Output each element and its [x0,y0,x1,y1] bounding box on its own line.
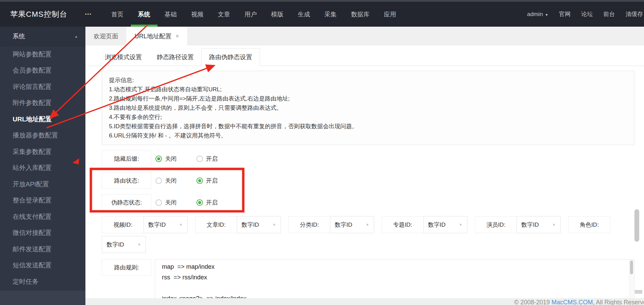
caret-down-icon: ▼ [366,223,369,227]
nav-item-system[interactable]: 系统 [131,2,157,27]
nav-item-basic[interactable]: 基础 [157,2,184,27]
nav-item-template[interactable]: 模版 [264,2,291,27]
category-id-select[interactable]: 数字ID ▼ [330,216,374,233]
nav-item-database[interactable]: 数据库 [344,2,377,27]
form-row-rewrite-status: 伪静态状态: 关闭 开启 [102,194,634,211]
nav-item-home[interactable]: 首页 [104,2,131,27]
caret-down-icon: ▼ [137,242,141,247]
link-clear-cache[interactable]: 清缓存 [626,10,643,18]
article-id-select[interactable]: 数字ID ▼ [237,216,281,233]
sidebar-item-external-storage[interactable]: 站外入库配置 [0,160,85,176]
subtab-static-path[interactable]: 静态路径设置 [149,49,201,66]
sidebar-item-open-api[interactable]: 开放API配置 [0,176,85,193]
field-label: 分类ID: [288,216,330,233]
sidebar-item-sms-send[interactable]: 短信发送配置 [0,257,85,274]
select-group-video-id: 视频ID: 数字ID ▼ [102,216,188,233]
hint-line: 1.动态模式下,开启路由状态将自动重写URL; [109,85,627,94]
page-scrollbar-thumb[interactable] [634,209,639,242]
radio-option-open[interactable]: 开启 [196,199,233,207]
radio-selected-icon[interactable] [155,156,162,162]
sidebar-item-online-payment[interactable]: 在线支付配置 [0,209,85,225]
link-forum[interactable]: 论坛 [581,10,593,18]
form-panel: 提示信息: 1.动态模式下,开启路由状态将自动重写URL; 2.路由规则每行一条… [85,71,644,304]
tab-welcome[interactable]: 欢迎页面 [85,27,126,45]
caret-down-icon: ▼ [272,223,276,227]
close-icon[interactable]: × [176,33,179,40]
radio-option-close[interactable]: 关闭 [155,199,192,207]
sidebar-bottom-strip [0,291,85,305]
radio-unselected-icon[interactable] [155,177,162,184]
nav-item-article[interactable]: 文章 [211,2,237,27]
field-label: 路由状态: [102,172,151,189]
link-official-site[interactable]: 官网 [559,10,571,18]
nav-more-icon[interactable]: ••• [85,12,92,17]
radio-option-close[interactable]: 关闭 [155,177,192,185]
subtab-browse-mode[interactable]: 浏览模式设置 [97,49,149,66]
sidebar: 系统 ▲ 网站参数配置 会员参数配置 评论留言配置 附件参数配置 URL地址配置… [0,27,85,305]
tab-url-config[interactable]: URL地址配置 × [126,27,187,45]
maccms-link[interactable]: MacCMS.COM [551,299,593,305]
settings-subtabs: 浏览模式设置 静态路径设置 路由伪静态设置 [85,49,644,66]
form-row-hide-suffix: 隐藏后缀: 关闭 开启 [102,150,634,167]
actor-id-select[interactable]: 数字ID ▼ [517,216,561,233]
footer: © 2008-2019 MacCMS.COM, All Rights Reser… [85,298,644,305]
radio-selected-icon[interactable] [196,177,203,184]
nav-item-collect[interactable]: 采集 [317,2,344,27]
user-menu[interactable]: admin▼ [527,11,548,18]
sidebar-item-collect-params[interactable]: 采集参数配置 [0,144,85,160]
video-id-select[interactable]: 数字ID ▼ [143,216,188,233]
sidebar-item-comment-config[interactable]: 评论留言配置 [0,79,85,95]
role-id-select[interactable]: 数字ID ▼ [102,236,146,253]
nav-item-user[interactable]: 用户 [237,2,264,27]
radio-option-close[interactable]: 关闭 [155,155,192,163]
textarea-scrollbar-thumb[interactable] [630,261,633,274]
hint-line: 2.路由规则每行一条,中间用=>隔开,左边是路由表达式,右边是路由地址; [109,94,627,103]
select-group-article-id: 文章ID: 数字ID ▼ [195,216,281,233]
route-rules-textarea[interactable]: map => map/index rss => rss/index index-… [155,259,634,304]
chevron-down-icon: ▼ [545,13,548,17]
radio-unselected-icon[interactable] [196,156,203,162]
top-navbar: 苹果CMS控制台 ••• 首页 系统 基础 视频 文章 用户 模版 生成 采集 … [0,2,644,27]
radio-unselected-icon[interactable] [155,199,162,206]
nav-item-video[interactable]: 视频 [184,2,211,27]
hint-box: 提示信息: 1.动态模式下,开启路由状态将自动重写URL; 2.路由规则每行一条… [102,71,634,145]
hint-line: 3.路由地址是系统提供的，原则上不会变，只需要调整路由表达式。 [109,103,627,112]
content-area: 欢迎页面 URL地址配置 × 浏览模式设置 静态路径设置 路由伪静态设置 提示信… [85,27,644,305]
sidebar-item-url-config[interactable]: URL地址配置 [0,111,85,128]
sidebar-item-cron-tasks[interactable]: 定时任务 [0,274,85,290]
field-label: 伪静态状态: [102,194,151,211]
hint-line: 5.ID类型根据需要自行选择，选择拼音时，数据中不能有重复的拼音，否则获取数据会… [109,122,627,131]
app-logo: 苹果CMS控制台 [10,9,67,19]
sidebar-item-integrated-login[interactable]: 整合登录配置 [0,193,85,209]
sidebar-item-attachment-params[interactable]: 附件参数配置 [0,95,85,111]
scrollbar-corner[interactable] [635,290,642,294]
hint-line: 6.URL分隔符支持/ 和 - 。不建议用其他符号。 [109,131,627,140]
form-row-route-status: 路由状态: 关闭 开启 [102,172,634,189]
sidebar-item-player-params[interactable]: 播放器参数配置 [0,128,85,144]
select-group-topic-id: 专题ID: 数字ID ▼ [382,216,467,233]
radio-option-open[interactable]: 开启 [196,155,233,163]
sidebar-item-member-params[interactable]: 会员参数配置 [0,63,85,79]
sidebar-item-wechat-connect[interactable]: 微信对接配置 [0,225,85,241]
sidebar-group-system[interactable]: 系统 ▲ [0,27,85,46]
subtab-route-rewrite[interactable]: 路由伪静态设置 [201,48,260,66]
nav-item-app[interactable]: 应用 [377,2,403,27]
nav-item-generate[interactable]: 生成 [291,2,317,27]
id-type-row: 视频ID: 数字ID ▼ 文章ID: 数字ID ▼ 分类ID: 数字ID ▼ [102,216,634,256]
navbar-right: admin▼ 官网 论坛 前台 清缓存 [527,10,644,18]
main-menu: 首页 系统 基础 视频 文章 用户 模版 生成 采集 数据库 应用 [104,2,403,27]
hint-title: 提示信息: [109,76,627,85]
route-rules-row: 路由规则: map => map/index rss => rss/index … [102,259,634,304]
topic-id-select[interactable]: 数字ID ▼ [423,216,467,233]
sidebar-item-email-send[interactable]: 邮件发送配置 [0,241,85,257]
link-frontend[interactable]: 前台 [603,10,615,18]
textarea-scrollbar[interactable] [629,260,634,303]
route-rules-label: 路由规则: [102,259,151,276]
sidebar-item-website-params[interactable]: 网站参数配置 [0,46,85,63]
caret-down-icon: ▼ [179,223,183,227]
page-tabbar: 欢迎页面 URL地址配置 × [85,27,644,45]
select-group-category-id: 分类ID: 数字ID ▼ [288,216,374,233]
field-label: 专题ID: [382,216,424,233]
radio-selected-icon[interactable] [196,199,203,206]
radio-option-open[interactable]: 开启 [196,177,233,185]
